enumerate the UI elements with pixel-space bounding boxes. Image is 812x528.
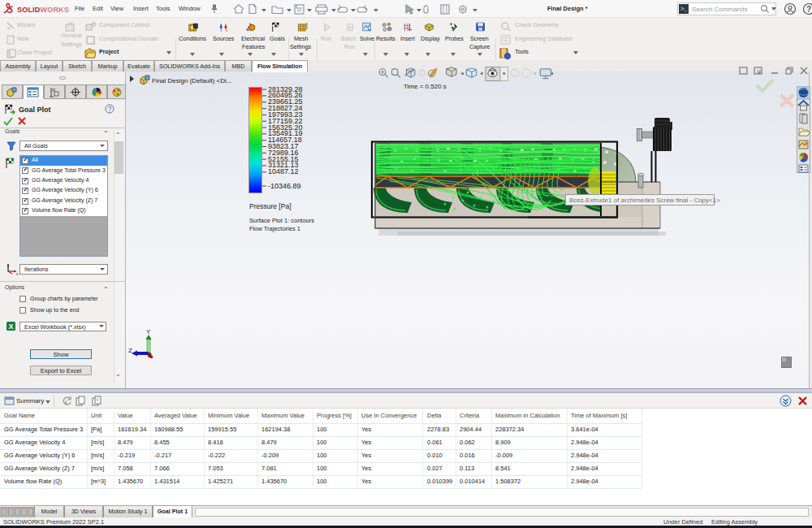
svg-text:Y: Y [146, 328, 151, 335]
svg-text:⚙: ⚙ [91, 21, 96, 28]
svg-text:?: ? [806, 5, 811, 14]
svg-text:x: x [16, 271, 19, 275]
svg-text:?: ? [108, 105, 112, 113]
svg-text:Z: Z [128, 347, 132, 354]
svg-text:X: X [8, 322, 13, 331]
